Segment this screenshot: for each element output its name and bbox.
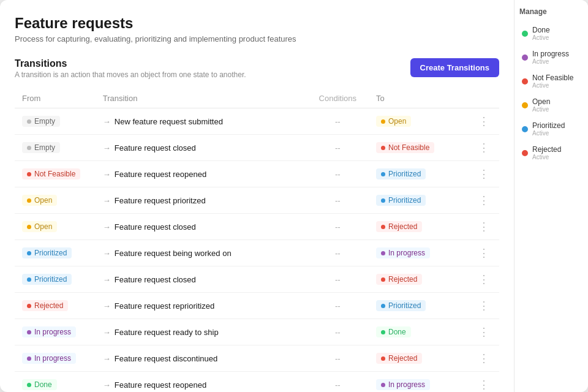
sidebar-item[interactable]: Done Active <box>519 22 583 45</box>
actions-cell: ⋮ <box>468 372 499 393</box>
to-badge: In progress <box>376 247 430 258</box>
from-badge: In progress <box>22 353 76 364</box>
actions-cell: ⋮ <box>468 187 499 214</box>
to-label: Prioritized <box>388 196 421 205</box>
to-dot <box>381 277 385 282</box>
side-item-content: Not Feasible Active <box>532 74 573 89</box>
side-item-content: Rejected Active <box>532 145 561 160</box>
side-item-label: In progress <box>532 50 569 58</box>
from-dot <box>27 277 31 282</box>
more-menu-icon[interactable]: ⋮ <box>476 140 492 155</box>
side-dot <box>522 31 528 37</box>
to-badge: Prioritized <box>376 195 426 206</box>
arrow-icon: → <box>103 222 111 232</box>
to-label: Not Feasible <box>388 143 429 152</box>
to-dot <box>381 172 385 176</box>
page-title: Feature requests <box>15 15 499 32</box>
from-dot <box>27 172 31 176</box>
more-menu-icon[interactable]: ⋮ <box>476 114 492 129</box>
more-menu-icon[interactable]: ⋮ <box>476 351 492 366</box>
side-item-sublabel: Active <box>532 130 565 137</box>
side-dot <box>522 126 528 132</box>
to-badge: Rejected <box>376 221 422 232</box>
conditions-cell: -- <box>307 187 369 214</box>
more-menu-icon[interactable]: ⋮ <box>476 298 492 313</box>
transition-cell: →Feature request closed <box>96 135 307 161</box>
from-dot <box>27 251 31 255</box>
side-item-label: Not Feasible <box>532 74 573 82</box>
from-cell: Prioritized <box>15 266 96 293</box>
from-cell: In progress <box>15 345 96 372</box>
actions-cell: ⋮ <box>468 345 499 372</box>
main-panel: Feature requests Process for capturing, … <box>0 0 514 392</box>
to-label: Rejected <box>388 354 417 363</box>
transition-cell: →Feature request reprioritized <box>96 293 307 319</box>
arrow-icon: → <box>103 380 111 390</box>
to-cell: Rejected <box>369 266 468 293</box>
sidebar-item[interactable]: Not Feasible Active <box>519 70 583 92</box>
to-badge: Rejected <box>376 353 422 364</box>
section-header: Transitions A transition is an action th… <box>15 58 499 79</box>
side-panel-title: Manage <box>519 7 583 16</box>
to-cell: Rejected <box>369 345 468 372</box>
actions-cell: ⋮ <box>468 266 499 293</box>
to-cell: Not Feasible <box>369 135 468 161</box>
table-row: Open →Feature request closed -- Rejected… <box>15 214 499 240</box>
table-row: Prioritized →Feature request being worke… <box>15 240 499 266</box>
page-subtitle: Process for capturing, evaluating, prior… <box>15 34 499 43</box>
side-item-label: Prioritized <box>532 121 565 130</box>
side-item-label: Open <box>532 97 550 106</box>
from-dot <box>27 330 31 334</box>
from-badge: Empty <box>22 116 60 127</box>
from-dot <box>27 356 31 361</box>
to-dot <box>381 146 385 150</box>
transition-cell: →New feature request submitted <box>96 108 307 135</box>
more-menu-icon[interactable]: ⋮ <box>476 272 492 287</box>
from-cell: Rejected <box>15 293 96 319</box>
more-menu-icon[interactable]: ⋮ <box>476 167 492 181</box>
table-row: Done →Feature request reopened -- In pro… <box>15 372 499 393</box>
more-menu-icon[interactable]: ⋮ <box>476 377 492 392</box>
table-row: Empty →Feature request closed -- Not Fea… <box>15 135 499 161</box>
from-dot <box>27 304 31 308</box>
sidebar-item[interactable]: Prioritized Active <box>519 118 583 140</box>
side-item-content: Done Active <box>532 26 550 41</box>
transition-cell: →Feature request reopened <box>96 372 307 393</box>
from-cell: In progress <box>15 319 96 345</box>
sidebar-item[interactable]: In progress Active <box>519 46 583 69</box>
arrow-icon: → <box>103 143 111 153</box>
transitions-table: From Transition Conditions To Empty →New… <box>15 89 499 392</box>
conditions-cell: -- <box>307 135 369 161</box>
col-header-conditions: Conditions <box>307 89 369 108</box>
to-cell: Prioritized <box>369 187 468 214</box>
sidebar-item[interactable]: Rejected Active <box>519 141 583 164</box>
more-menu-icon[interactable]: ⋮ <box>476 325 492 339</box>
from-dot <box>27 225 31 229</box>
arrow-icon: → <box>103 328 111 337</box>
more-menu-icon[interactable]: ⋮ <box>476 193 492 208</box>
table-row: Prioritized →Feature request closed -- R… <box>15 266 499 293</box>
more-menu-icon[interactable]: ⋮ <box>476 246 492 260</box>
arrow-icon: → <box>103 301 111 311</box>
from-label: Prioritized <box>34 249 67 257</box>
side-item-label: Done <box>532 26 550 34</box>
more-menu-icon[interactable]: ⋮ <box>476 219 492 234</box>
arrow-icon: → <box>103 196 111 205</box>
to-cell: Prioritized <box>369 161 468 187</box>
side-item-content: In progress Active <box>532 50 569 65</box>
to-cell: Done <box>369 319 468 345</box>
to-label: In progress <box>388 249 425 257</box>
from-cell: Empty <box>15 108 96 135</box>
side-item-content: Prioritized Active <box>532 121 565 137</box>
actions-cell: ⋮ <box>468 319 499 345</box>
actions-cell: ⋮ <box>468 293 499 319</box>
to-dot <box>381 356 385 361</box>
to-badge: Done <box>376 326 411 337</box>
create-transitions-button[interactable]: Create Transitions <box>410 58 499 77</box>
side-dot <box>522 102 528 108</box>
col-header-from: From <box>15 89 96 108</box>
conditions-cell: -- <box>307 345 369 372</box>
transition-cell: →Feature request reopened <box>96 161 307 187</box>
sidebar-item[interactable]: Open Active <box>519 94 583 116</box>
transition-cell: →Feature request closed <box>96 214 307 240</box>
